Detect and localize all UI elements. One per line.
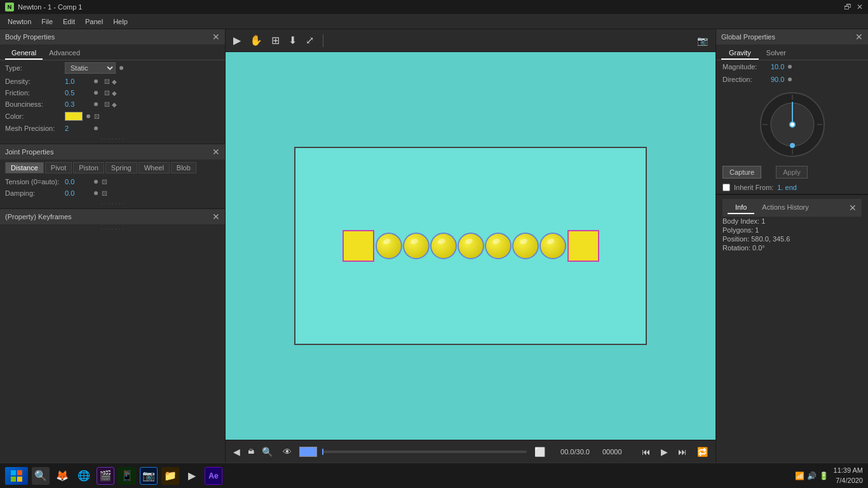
friction-reset-icon[interactable]: ◆ <box>112 90 117 97</box>
density-reset-icon[interactable]: ◆ <box>112 78 117 85</box>
camera-button[interactable]: 📷 <box>695 34 710 47</box>
friction-value[interactable]: 0.5 <box>65 89 90 97</box>
start-button[interactable] <box>5 467 28 485</box>
magnitude-value[interactable]: 10.0 <box>771 63 784 71</box>
left-panel: Body Properties ✕ General Advanced Type:… <box>0 29 226 463</box>
menu-newton[interactable]: Newton <box>3 17 36 27</box>
inherit-checkbox[interactable] <box>722 184 730 191</box>
joint-properties-panel: Joint Properties ✕ Distance Pivot Piston… <box>0 144 225 209</box>
taskbar-media[interactable]: ▶ <box>183 467 201 485</box>
density-random-icon[interactable]: ⚄ <box>104 78 110 85</box>
menu-panel[interactable]: Panel <box>80 17 108 27</box>
battery-icon[interactable]: 🔋 <box>819 471 829 480</box>
gp-tab-solver[interactable]: Solver <box>759 47 794 60</box>
color-swatch[interactable] <box>65 112 83 121</box>
bounciness-row: Bounciness: 0.3 ⚄ ◆ <box>0 98 225 110</box>
taskbar-ae[interactable]: Ae <box>205 467 222 485</box>
tension-icon[interactable]: ⚄ <box>102 179 107 186</box>
gravity-dial-container <box>716 86 868 163</box>
bounciness-value[interactable]: 0.3 <box>65 100 90 108</box>
info-tab-history[interactable]: Actions History <box>754 201 816 214</box>
taskbar-chrome[interactable]: 🌐 <box>75 467 93 485</box>
joint-tab-spring[interactable]: Spring <box>105 162 137 173</box>
pan-tool-button[interactable]: ✋ <box>247 33 265 48</box>
taskbar-premiere[interactable]: 🎬 <box>97 467 114 485</box>
crop-button[interactable]: ⬜ <box>532 445 548 458</box>
rewind-button[interactable]: ⏮ <box>639 445 653 458</box>
mesh-precision-value[interactable]: 2 <box>65 125 90 132</box>
ball-1[interactable] <box>376 233 402 259</box>
clock-time: 11:39 AM <box>834 466 863 475</box>
density-value[interactable]: 1.0 <box>65 78 90 85</box>
end-body[interactable] <box>342 230 374 262</box>
taskbar-files[interactable]: 📁 <box>161 467 179 485</box>
bounciness-random-icon[interactable]: ⚄ <box>104 101 110 108</box>
type-select[interactable]: Static Dynamic Kinematic Dead <box>65 62 116 74</box>
start-body[interactable] <box>567 230 599 262</box>
menu-help[interactable]: Help <box>108 17 133 27</box>
menu-edit[interactable]: Edit <box>58 17 80 27</box>
taskbar-search[interactable]: 🔍 <box>32 467 50 485</box>
damping-row: Damping: 0.0 ⚄ <box>0 187 225 199</box>
global-properties-close[interactable]: ✕ <box>855 32 863 42</box>
expand-button[interactable]: ⤢ <box>303 33 316 48</box>
gravity-button[interactable]: ⬇ <box>286 33 299 48</box>
ball-6[interactable] <box>512 233 539 259</box>
friction-random-icon[interactable]: ⚄ <box>104 90 110 97</box>
keyframes-close[interactable]: ✕ <box>212 212 220 222</box>
direction-value[interactable]: 90.0 <box>771 76 784 83</box>
body-properties-close[interactable]: ✕ <box>212 32 220 42</box>
damping-icon[interactable]: ⚄ <box>102 190 107 197</box>
color-label: Color: <box>5 112 62 120</box>
ball-4[interactable] <box>458 233 484 259</box>
direction-dot <box>788 78 792 81</box>
keyframes-panel: (Property) Keyframes ✕ · · · · · · · <box>0 209 225 234</box>
play-button[interactable]: ▶ <box>658 445 670 458</box>
timeline-slider-zone[interactable]: ◀ <box>231 445 243 458</box>
taskbar-whatsapp[interactable]: 📱 <box>118 467 136 485</box>
bounciness-reset-icon[interactable]: ◆ <box>112 101 117 108</box>
color-random-icon[interactable]: ⚄ <box>94 113 100 120</box>
playhead-color[interactable] <box>299 447 317 457</box>
tab-general[interactable]: General <box>5 47 43 60</box>
close-button[interactable]: ✕ <box>857 3 863 11</box>
zoom-in-button[interactable]: 🔍 <box>259 445 275 458</box>
joint-tab-blob[interactable]: Blob <box>171 162 196 173</box>
body-properties-title: Body Properties <box>5 33 55 41</box>
ball-5[interactable] <box>485 233 512 259</box>
capture-button[interactable]: Capture <box>722 166 761 179</box>
visibility-button[interactable]: 👁 <box>280 445 294 458</box>
info-tab-info[interactable]: Info <box>728 201 754 214</box>
volume-icon[interactable]: 🔊 <box>807 471 817 480</box>
loop-button[interactable]: 🔁 <box>695 445 710 458</box>
ball-7[interactable] <box>539 233 566 259</box>
bounciness-icons: ⚄ ◆ <box>104 101 117 108</box>
info-panel-close[interactable]: ✕ <box>849 203 857 213</box>
taskbar-right: 📶 🔊 🔋 11:39 AM 7/4/2020 <box>795 466 863 485</box>
gp-tab-gravity[interactable]: Gravity <box>721 47 759 60</box>
apply-button[interactable]: Apply <box>776 166 808 179</box>
gravity-dial[interactable] <box>757 90 827 159</box>
step-button[interactable]: ⏭ <box>675 445 689 458</box>
timeline-track[interactable] <box>322 451 527 453</box>
joint-props-scroll: · · · · · · · <box>0 199 225 208</box>
damping-value[interactable]: 0.0 <box>65 189 90 197</box>
taskbar-firefox[interactable]: 🦊 <box>53 467 71 485</box>
ball-3[interactable] <box>430 233 457 259</box>
taskbar-photoshop[interactable]: 📷 <box>140 467 158 485</box>
joint-tab-piston[interactable]: Piston <box>73 162 104 173</box>
network-icon[interactable]: 📶 <box>795 471 804 480</box>
joint-properties-close[interactable]: ✕ <box>212 147 220 157</box>
joint-tab-wheel[interactable]: Wheel <box>139 162 170 173</box>
joint-tab-distance[interactable]: Distance <box>5 162 44 173</box>
select-tool-button[interactable]: ▶ <box>231 33 243 48</box>
grid-button[interactable]: ⊞ <box>269 33 282 48</box>
tension-value[interactable]: 0.0 <box>65 178 90 186</box>
system-clock[interactable]: 11:39 AM 7/4/2020 <box>834 466 863 485</box>
joint-tab-pivot[interactable]: Pivot <box>45 162 72 173</box>
global-props-tabs: Gravity Solver <box>716 44 868 60</box>
ball-2[interactable] <box>403 233 430 259</box>
restore-button[interactable]: 🗗 <box>844 3 851 11</box>
menu-file[interactable]: File <box>36 17 58 27</box>
tab-advanced[interactable]: Advanced <box>43 47 86 60</box>
